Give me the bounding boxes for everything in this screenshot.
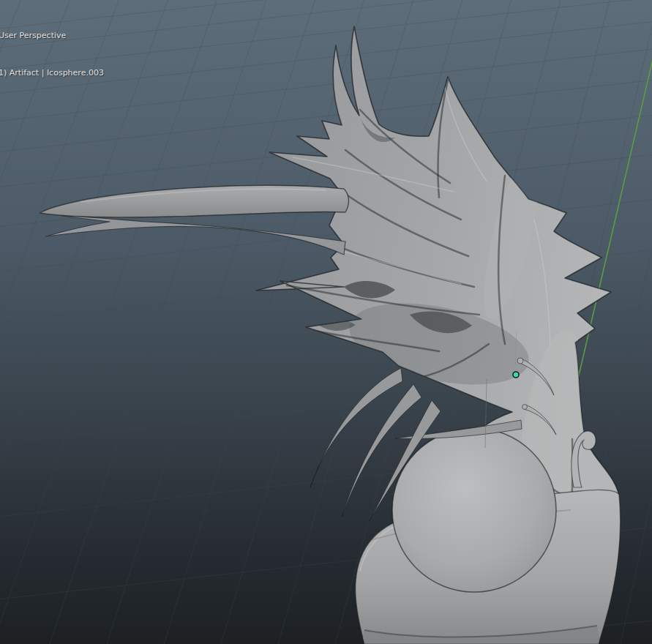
- origin-dot: [513, 372, 519, 378]
- icosphere-mesh[interactable]: [392, 428, 556, 592]
- viewport-canvas[interactable]: [0, 0, 652, 644]
- 3d-viewport[interactable]: User Perspective 1) Artifact | Icosphere…: [0, 0, 652, 644]
